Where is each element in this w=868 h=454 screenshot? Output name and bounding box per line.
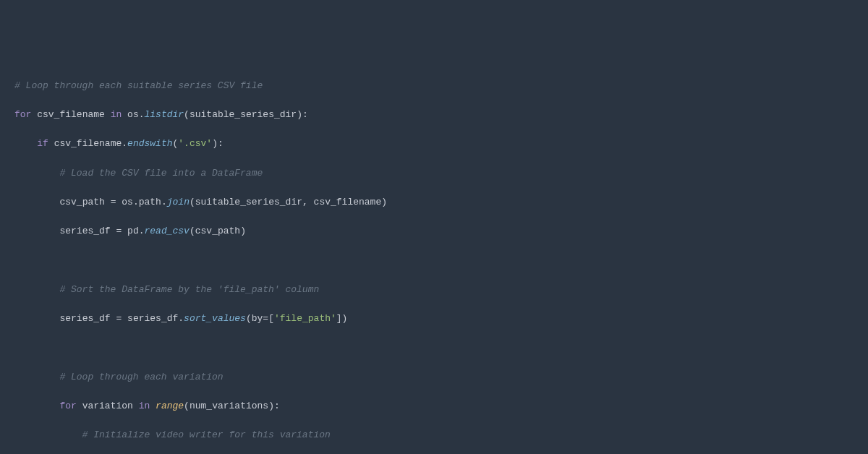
- code-line: for variation in range(num_variations):: [14, 399, 868, 414]
- blank-line: [14, 253, 868, 267]
- code-line: if csv_filename.endswith('.csv'):: [14, 137, 868, 151]
- code-line: for csv_filename in os.listdir(suitable_…: [14, 108, 868, 122]
- code-editor-view: # Loop through each suitable series CSV …: [14, 64, 868, 454]
- code-line: # Initialize video writer for this varia…: [14, 428, 868, 442]
- code-line: csv_path = os.path.join(suitable_series_…: [14, 195, 868, 210]
- comment: # Loop through each suitable series CSV …: [14, 80, 263, 91]
- blank-line: [14, 340, 868, 355]
- code-line: series_df = pd.read_csv(csv_path): [14, 224, 868, 239]
- comment: # Loop through each variation: [14, 372, 224, 382]
- comment: # Load the CSV file into a DataFrame: [14, 168, 263, 179]
- code-line: # Loop through each suitable series CSV …: [14, 79, 868, 93]
- comment: # Sort the DataFrame by the 'file_path' …: [14, 284, 319, 295]
- code-line: # Sort the DataFrame by the 'file_path' …: [14, 283, 868, 297]
- comment: # Initialize video writer for this varia…: [14, 429, 331, 440]
- code-line: # Load the CSV file into a DataFrame: [14, 166, 868, 181]
- code-line: series_df = series_df.sort_values(by=['f…: [14, 312, 868, 326]
- code-line: # Loop through each variation: [14, 370, 868, 385]
